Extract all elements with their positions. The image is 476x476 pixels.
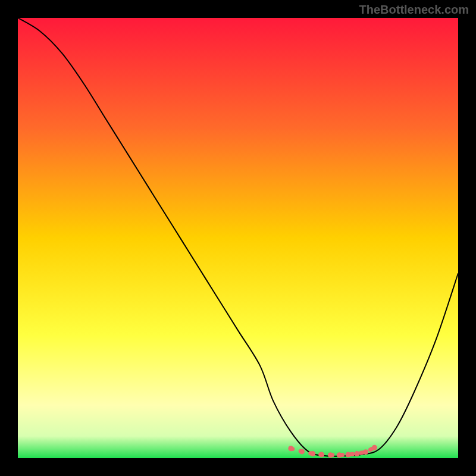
watermark-text: TheBottleneck.com [359, 3, 469, 17]
svg-point-1 [288, 446, 293, 451]
bottleneck-chart [0, 0, 476, 476]
svg-point-8 [354, 451, 359, 456]
svg-point-5 [328, 452, 333, 458]
svg-point-3 [310, 451, 315, 456]
svg-point-2 [299, 449, 305, 454]
svg-point-6 [337, 452, 342, 458]
svg-point-4 [319, 452, 324, 458]
svg-point-10 [372, 445, 377, 450]
svg-point-9 [363, 449, 368, 455]
svg-point-7 [346, 452, 351, 458]
chart-container: { "watermark": "TheBottleneck.com", "cha… [0, 0, 476, 476]
